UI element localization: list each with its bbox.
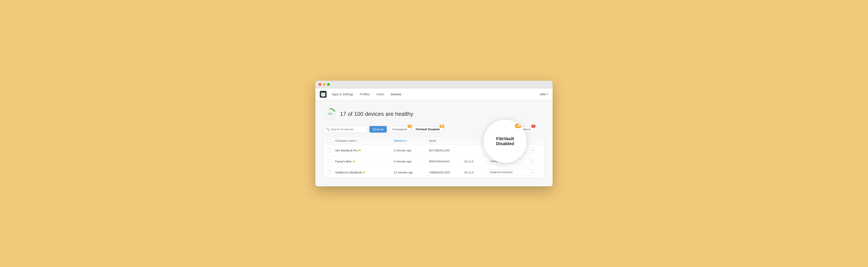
th-checkbox (328, 139, 335, 143)
row-3-os: 10.11.4 (464, 171, 488, 174)
navbar: Apps & Settings Profiles Users Devices J… (315, 88, 553, 100)
nav-apps-settings[interactable]: Apps & Settings (332, 92, 353, 97)
filevault-chip-badge: 50 (439, 125, 444, 128)
filevault-chip-wrapper: FileVault Disabled 50 FileVault Disabled… (412, 126, 443, 132)
row-1-serial: DLF1B6AG1340 (429, 149, 464, 152)
row-3-name: Guillermo's MacBook (335, 171, 394, 174)
filevault-chip-label: FileVault Disabled (416, 128, 440, 131)
filter-bar: 🔍 Show all Unassigned 1 FileVault Disabl… (324, 126, 544, 132)
nav-links: Apps & Settings Profiles Users Devices (332, 92, 540, 97)
unassigned-filter-chip[interactable]: Unassigned 1 (389, 126, 410, 132)
row-1-status-dot (359, 149, 361, 151)
th-serial: Serial (429, 139, 464, 143)
row-3-user-select[interactable]: Guillermo Anderson (488, 170, 534, 175)
zoom-badge: 50 (515, 124, 521, 128)
table-row: Guillermo's MacBook 12 minutes ago YMM45… (324, 167, 544, 178)
unassigned-chip-badge: 1 (407, 125, 412, 128)
show-all-button[interactable]: Show all (369, 126, 387, 132)
zoom-label: FileVault Disabled (484, 132, 527, 151)
user-name: John (540, 92, 546, 96)
svg-point-5 (323, 94, 324, 94)
app-logo (320, 91, 327, 98)
app-window: Apps & Settings Profiles Users Devices J… (315, 81, 553, 186)
unassigned-chip-label: Unassigned (392, 128, 407, 131)
nav-devices[interactable]: Devices (391, 92, 401, 97)
close-button[interactable] (318, 83, 321, 86)
row-3-status-dot (363, 172, 365, 173)
row-2-checkbox[interactable] (328, 159, 331, 163)
nav-users[interactable]: Users (376, 92, 384, 97)
nav-profiles[interactable]: Profiles (360, 92, 370, 97)
search-wrapper: 🔍 (324, 126, 367, 132)
row-2-os: 10.11.6 (464, 160, 488, 163)
minimize-button[interactable] (323, 83, 326, 86)
th-actions (534, 139, 540, 143)
computer-name-sort-icon: ▾ (356, 140, 357, 142)
th-computer-name[interactable]: Computer name ▾ (335, 139, 394, 143)
titlebar (315, 81, 553, 88)
search-icon: 🔍 (326, 128, 330, 131)
svg-point-4 (322, 94, 323, 94)
health-summary-text: 17 of 100 devices are healthy (340, 111, 413, 117)
row-2-name: Fanny's iMac (335, 160, 394, 163)
row-3-checkin: 12 minutes ago (394, 171, 429, 174)
fullscreen-button[interactable] (327, 83, 330, 86)
user-menu[interactable]: John ▾ (540, 92, 548, 96)
row-2-status-dot (353, 160, 355, 162)
row-3-checkbox[interactable] (328, 171, 331, 174)
row-3-user-cell: Guillermo Anderson ▾ (488, 170, 534, 175)
row-1-checkbox-cell (328, 149, 335, 152)
filevault-filter-chip[interactable]: FileVault Disabled 50 (412, 126, 443, 132)
select-all-checkbox[interactable] (328, 139, 331, 143)
health-percent: 17% (328, 112, 333, 115)
row-2-checkbox-cell (328, 159, 335, 163)
traffic-lights (318, 83, 330, 86)
row-1-checkbox[interactable] (328, 149, 331, 152)
checkin-sort-icon: ▾ (406, 140, 407, 142)
health-circle: 17% (324, 108, 336, 120)
checkin-chip-badge: 1 (531, 125, 535, 128)
search-input[interactable] (324, 126, 367, 132)
zoom-circle: FileVault Disabled 50 (484, 120, 527, 163)
th-checkin[interactable]: Check-in ▾ (394, 139, 429, 143)
user-chevron-icon: ▾ (547, 93, 548, 95)
row-1-name: Ila's MacBook Pro (335, 149, 394, 152)
health-summary: 17% 17 of 100 devices are healthy (324, 108, 544, 120)
svg-point-6 (323, 94, 323, 95)
main-content: 17% 17 of 100 devices are healthy 🔍 Show… (315, 100, 553, 186)
row-3-checkbox-cell (328, 171, 335, 174)
row-2-serial: RNK3VE4H1441 (429, 160, 464, 163)
row-2-checkin: 5 minutes ago (394, 160, 429, 163)
row-1-checkin: 2 minutes ago (394, 149, 429, 152)
row-3-serial: YMM45V6C1037 (429, 171, 464, 174)
